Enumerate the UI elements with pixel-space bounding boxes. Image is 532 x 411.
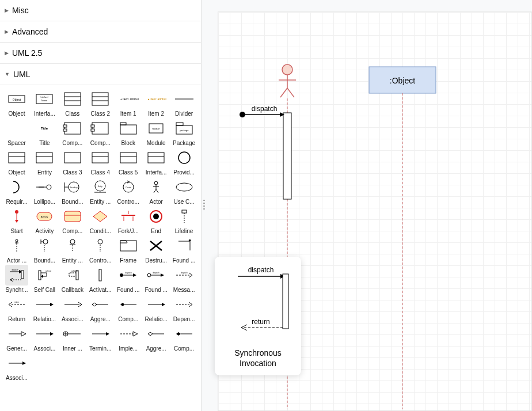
section-misc[interactable]: ▶ Misc bbox=[0, 0, 201, 21]
shape-cross[interactable]: Destru... bbox=[143, 235, 169, 264]
shape-arrow-filled-diamond[interactable]: Comp... bbox=[115, 294, 142, 322]
shape-thumb-icon[interactable] bbox=[89, 147, 112, 168]
shape-thumb-icon[interactable] bbox=[89, 324, 112, 344]
section-uml[interactable]: ▼ UML bbox=[0, 64, 201, 85]
shape-item-text-y[interactable]: ▸ item: attributeItem 2 bbox=[143, 89, 169, 117]
shape-lifeline[interactable]: Lifeline bbox=[171, 206, 197, 234]
shape-found-corner[interactable]: Found ... bbox=[171, 235, 197, 264]
shape-found-msg-o[interactable]: dispatchFound ... bbox=[143, 265, 169, 293]
shape-activation-bar[interactable]: Activat... bbox=[87, 265, 113, 293]
shape-blank[interactable]: Spacer bbox=[3, 118, 30, 146]
shape-synch-inv[interactable]: dispatchSynchr... bbox=[3, 265, 30, 293]
shape-rect-3band[interactable]: Class 2 bbox=[87, 89, 113, 117]
shape-thumb-icon[interactable] bbox=[117, 206, 140, 227]
shape-thumb-icon[interactable] bbox=[117, 294, 140, 315]
shape-thumb-icon[interactable]: Object bbox=[5, 89, 28, 109]
shape-thumb-icon[interactable] bbox=[5, 118, 28, 139]
shape-thumb-icon[interactable] bbox=[61, 324, 84, 344]
shape-thumb-icon[interactable] bbox=[61, 89, 84, 109]
shape-red-activity[interactable]: ActivityActivity bbox=[31, 206, 58, 234]
shape-arrow-diamond[interactable]: Aggre... bbox=[87, 294, 113, 322]
shape-thumb-icon[interactable] bbox=[5, 353, 28, 374]
shape-control-obj[interactable]: ControlContro... bbox=[115, 177, 142, 205]
shape-red-composite[interactable]: Comp... bbox=[59, 206, 86, 234]
shape-thumb-icon[interactable]: Title bbox=[33, 118, 56, 139]
shape-arrow-dash[interactable]: dispatchMessa... bbox=[171, 265, 197, 293]
shape-hline[interactable]: Divider bbox=[171, 89, 197, 117]
shape-actor-life[interactable]: Actor ... bbox=[3, 235, 30, 264]
shape-thumb-icon[interactable] bbox=[117, 118, 140, 139]
shape-bound-life[interactable]: Bound... bbox=[31, 235, 58, 264]
splitter[interactable] bbox=[202, 0, 206, 411]
shape-thumb-icon[interactable] bbox=[145, 324, 168, 344]
shape-item-text[interactable]: + item: attributeItem 1 bbox=[115, 89, 142, 117]
shape-thumb-icon[interactable] bbox=[173, 324, 196, 344]
shape-thumb-icon[interactable] bbox=[89, 265, 112, 286]
shape-thumb-icon[interactable]: self call bbox=[33, 265, 56, 286]
shape-thumb-icon[interactable] bbox=[33, 324, 56, 344]
shape-thumb-icon[interactable]: package bbox=[173, 118, 196, 139]
shape-thumb-icon[interactable] bbox=[173, 177, 196, 197]
shape-rect-3band[interactable]: Class bbox=[59, 89, 86, 117]
shape-thumb-icon[interactable]: Activity bbox=[33, 206, 56, 227]
shape-thumb-icon[interactable]: + item: attribute bbox=[117, 89, 140, 109]
shape-thumb-icon[interactable] bbox=[89, 206, 112, 227]
shape-thumb-icon[interactable] bbox=[145, 235, 168, 256]
shape-rect-2band[interactable]: Interfa... bbox=[143, 147, 169, 176]
shape-thumb-icon[interactable] bbox=[5, 235, 28, 256]
shape-thumb-icon[interactable]: Entity bbox=[89, 177, 112, 197]
dispatch-message[interactable]: dispatch bbox=[240, 105, 291, 199]
shape-self-call[interactable]: self callSelf Call bbox=[31, 265, 58, 293]
shape-thumb-icon[interactable] bbox=[173, 147, 196, 168]
shape-thumb-icon[interactable] bbox=[173, 235, 196, 256]
shape-package[interactable]: packagePackage bbox=[171, 118, 197, 146]
shape-thumb-icon[interactable] bbox=[117, 235, 140, 256]
shape-red-diamond[interactable]: Condit... bbox=[87, 206, 113, 234]
shape-thumb-icon[interactable] bbox=[173, 206, 196, 227]
shape-rect-2band[interactable]: Entity bbox=[31, 147, 58, 176]
shape-thumb-icon[interactable] bbox=[61, 118, 84, 139]
shape-arrow-solid[interactable]: Relatio... bbox=[143, 294, 169, 322]
shape-thumb-icon[interactable]: Module bbox=[145, 118, 168, 139]
shape-thumb-icon[interactable] bbox=[33, 147, 56, 168]
shape-arrow-solid[interactable]: Associ... bbox=[31, 324, 58, 352]
shape-thumb-icon[interactable]: callback bbox=[61, 265, 84, 286]
shape-thumb-icon[interactable]: Control bbox=[117, 177, 140, 197]
shape-comp1[interactable]: Comp... bbox=[87, 118, 113, 146]
shape-thumb-icon[interactable] bbox=[89, 294, 112, 315]
shape-thumb-icon[interactable]: Boundary bbox=[61, 177, 84, 197]
shape-red-start[interactable]: Start bbox=[3, 206, 30, 234]
shape-thumb-icon[interactable] bbox=[5, 177, 28, 197]
shape-thumb-icon[interactable] bbox=[145, 206, 168, 227]
shape-circle-o[interactable]: Provid... bbox=[171, 147, 197, 176]
shape-thumb-icon[interactable] bbox=[145, 177, 168, 197]
shape-thumb-icon[interactable]: «interface»Name bbox=[33, 89, 56, 109]
shape-thumb-icon[interactable]: dispatch bbox=[5, 265, 28, 286]
shape-thumb-icon[interactable] bbox=[145, 147, 168, 168]
shape-arrow-return[interactable]: returnReturn bbox=[3, 294, 30, 322]
shape-thumb-icon[interactable]: dispatch bbox=[117, 265, 140, 286]
shape-red-fork[interactable]: Fork/J... bbox=[115, 206, 142, 234]
shape-control-life[interactable]: Contro... bbox=[87, 235, 113, 264]
shape-block-tab[interactable]: Block bbox=[115, 118, 142, 146]
shape-comp1[interactable]: Comp... bbox=[59, 118, 86, 146]
shape-thumb-icon[interactable] bbox=[33, 294, 56, 315]
shape-rect-interface[interactable]: «interface»NameInterfa... bbox=[31, 89, 58, 117]
shape-thumb-icon[interactable] bbox=[173, 89, 196, 109]
shape-arrow-solid[interactable]: Termin... bbox=[87, 324, 113, 352]
section-advanced[interactable]: ▶ Advanced bbox=[0, 21, 201, 43]
shape-rect-2band[interactable]: Class 5 bbox=[115, 147, 142, 176]
shape-arrow-dash-open[interactable]: Depen... bbox=[171, 294, 197, 322]
shape-found-msg[interactable]: dispatchFound ... bbox=[115, 265, 142, 293]
shape-arrow-diamond[interactable]: Aggre... bbox=[143, 324, 169, 352]
shape-thumb-icon[interactable]: ▸ item: attribute bbox=[145, 89, 168, 109]
shape-title-text[interactable]: TitleTitle bbox=[31, 118, 58, 146]
shape-rect-2band[interactable]: Class 4 bbox=[87, 147, 113, 176]
shape-half-arc[interactable]: Requir... bbox=[3, 177, 30, 205]
shape-frame[interactable]: Frame bbox=[115, 235, 142, 264]
shape-thumb-icon[interactable] bbox=[89, 89, 112, 109]
shape-entity-obj[interactable]: EntityEntity ... bbox=[87, 177, 113, 205]
shape-oval[interactable]: Use C... bbox=[171, 177, 197, 205]
shape-thumb-icon[interactable] bbox=[61, 147, 84, 168]
shape-thumb-icon[interactable] bbox=[89, 235, 112, 256]
